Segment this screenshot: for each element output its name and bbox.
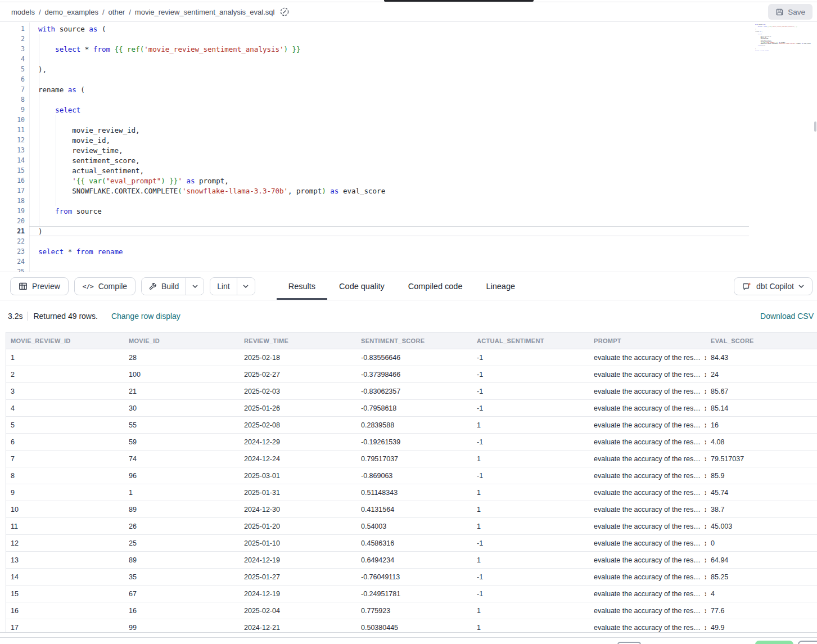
chevron-down-icon xyxy=(243,285,249,288)
lint-button[interactable]: Lint xyxy=(210,278,237,295)
code-line[interactable]: 1with source as ( xyxy=(0,24,385,34)
tab-results[interactable]: Results xyxy=(277,273,327,300)
prompt-text: evaluate the accuracy of the res… xyxy=(594,590,701,598)
horizontal-scrollbar-track[interactable] xyxy=(0,632,817,638)
code-line[interactable]: 6 xyxy=(0,74,385,84)
table-cell: 2025-01-26 xyxy=(240,400,356,416)
code-line[interactable]: 7rename as ( xyxy=(0,84,385,94)
preview-label: Preview xyxy=(32,282,60,291)
code-line[interactable]: 8 xyxy=(0,94,385,105)
table-row: 10892024-12-300.41315641evaluate the acc… xyxy=(6,501,817,518)
bottom-green-button[interactable] xyxy=(755,641,793,644)
breadcrumb-item[interactable]: movie_review_sentiment_analysis_eval.sql xyxy=(135,8,275,16)
column-header[interactable]: MOVIE_REVIEW_ID xyxy=(6,332,124,349)
tab-code-quality[interactable]: Code quality xyxy=(327,273,396,300)
code-line[interactable]: 23select * from rename xyxy=(0,246,385,256)
table-cell: -1 xyxy=(472,383,589,399)
change-row-display-link[interactable]: Change row display xyxy=(111,312,180,321)
compile-button[interactable]: </> Compile xyxy=(74,277,136,295)
table-cell: 16 xyxy=(6,602,124,619)
dbt-copilot-button[interactable]: dbt Copilot xyxy=(734,277,813,295)
code-line-content: ), xyxy=(752,29,756,30)
code-line-content: '{{ var("eval_prompt") }}' as prompt, xyxy=(25,177,229,185)
code-line[interactable]: 25 xyxy=(0,267,385,272)
code-line[interactable]: 11 movie_review_id, xyxy=(0,125,385,135)
code-line[interactable]: 15 actual_sentiment, xyxy=(0,165,385,175)
code-line[interactable]: 5), xyxy=(0,64,385,74)
code-line[interactable]: 22 xyxy=(0,236,385,246)
breadcrumb-separator: / xyxy=(102,8,105,16)
save-button[interactable]: Save xyxy=(768,4,813,20)
editor-minimap[interactable]: with source as ( select * from {{ ref('m… xyxy=(752,24,815,63)
code-icon: </> xyxy=(83,283,94,290)
breadcrumb-item[interactable]: demo_examples xyxy=(45,8,98,16)
column-header[interactable]: EVAL_SCORE xyxy=(706,332,817,349)
table-cell: -1 xyxy=(472,535,589,551)
code-line[interactable]: 12 movie_id, xyxy=(0,135,385,145)
column-header[interactable]: PROMPT xyxy=(589,332,706,349)
table-cell: 64.94 xyxy=(706,552,817,568)
prompt-text: evaluate the accuracy of the res… xyxy=(594,421,701,429)
download-csv-link[interactable]: Download CSV xyxy=(760,312,814,321)
build-button[interactable]: Build xyxy=(142,278,186,295)
prompt-text: evaluate the accuracy of the res… xyxy=(594,438,701,446)
code-line[interactable]: 21) xyxy=(0,226,385,236)
lint-dropdown-chevron[interactable] xyxy=(237,278,255,295)
breadcrumb-item[interactable]: other xyxy=(109,8,125,16)
table-cell: 2024-12-19 xyxy=(240,586,356,602)
code-line-content: rename as ( xyxy=(752,31,762,32)
table-cell: 28 xyxy=(124,349,240,366)
table-cell: evaluate the accuracy of the res…› xyxy=(589,366,706,382)
table-cell: 2025-01-27 xyxy=(240,569,356,585)
code-line[interactable]: 2 xyxy=(0,34,385,44)
prompt-text: evaluate the accuracy of the res… xyxy=(594,404,701,412)
sql-code-editor[interactable]: 1with source as (23 select * from {{ ref… xyxy=(0,22,817,272)
table-cell: 59 xyxy=(124,434,240,450)
table-row: 15672024-12-19-0.24951781-1evaluate the … xyxy=(6,586,817,602)
editor-scrollbar[interactable] xyxy=(814,121,816,132)
line-number: 10 xyxy=(0,116,25,124)
build-dropdown-chevron[interactable] xyxy=(186,278,204,295)
code-line[interactable]: 18 xyxy=(0,196,385,206)
bottom-outline-button[interactable] xyxy=(798,641,817,644)
preview-button[interactable]: Preview xyxy=(10,277,69,295)
column-header[interactable]: MOVIE_ID xyxy=(124,332,240,349)
code-line[interactable]: 13 review_time, xyxy=(0,145,385,155)
code-line-content: rename as ( xyxy=(25,85,85,94)
column-header[interactable]: ACTUAL_SENTIMENT xyxy=(472,332,589,349)
code-line[interactable]: 20 xyxy=(0,216,385,226)
table-cell: 14 xyxy=(6,569,124,585)
prompt-text: evaluate the accuracy of the res… xyxy=(594,455,701,463)
code-line-content: from source xyxy=(752,46,765,47)
table-cell: 1 xyxy=(472,484,589,501)
table-cell: evaluate the accuracy of the res…› xyxy=(589,501,706,517)
bottom-action-button[interactable] xyxy=(617,642,641,644)
code-line[interactable]: 10 xyxy=(0,115,385,125)
tab-compiled-code[interactable]: Compiled code xyxy=(396,273,475,300)
table-cell: 7 xyxy=(6,451,124,467)
line-number: 22 xyxy=(0,237,25,245)
table-cell: 4 xyxy=(6,400,124,416)
table-cell: 79.517037 xyxy=(706,451,817,467)
code-line-content: select xyxy=(752,33,762,34)
action-toolbar: Preview </> Compile Build Lint ResultsCo… xyxy=(0,273,817,300)
results-table: MOVIE_REVIEW_IDMOVIE_IDREVIEW_TIMESENTIM… xyxy=(6,332,817,636)
table-cell: 85.25 xyxy=(706,569,817,585)
tab-lineage[interactable]: Lineage xyxy=(474,273,527,300)
code-line[interactable]: 16 '{{ var("eval_prompt") }}' as prompt, xyxy=(0,175,385,186)
code-lines[interactable]: 1with source as (23 select * from {{ ref… xyxy=(0,24,385,272)
table-row: 11262025-01-200.540031evaluate the accur… xyxy=(6,518,817,535)
code-line[interactable]: 3 select * from {{ ref('movie_review_sen… xyxy=(0,44,385,54)
code-line[interactable]: 17 SNOWFLAKE.CORTEX.COMPLETE('snowflake-… xyxy=(0,186,385,196)
code-line[interactable]: 14 sentiment_score, xyxy=(0,155,385,165)
table-cell: 77.6 xyxy=(706,602,817,619)
breadcrumb-item[interactable]: models xyxy=(11,8,35,16)
column-header[interactable]: SENTIMENT_SCORE xyxy=(356,332,472,349)
code-line[interactable]: 4 xyxy=(0,54,385,64)
table-cell: evaluate the accuracy of the res…› xyxy=(589,400,706,416)
code-line[interactable]: 24 xyxy=(0,256,385,267)
code-line[interactable]: 19 from source xyxy=(0,206,385,216)
code-line[interactable]: 9 select xyxy=(0,105,385,115)
table-cell: 0.6494234 xyxy=(356,552,472,568)
column-header[interactable]: REVIEW_TIME xyxy=(240,332,356,349)
